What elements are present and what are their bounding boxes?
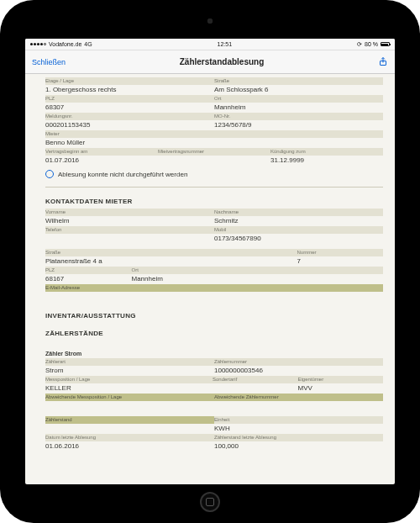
checkbox-label: Ablesung konnte nicht durchgeführt werde…	[58, 171, 187, 178]
field-value: MVV	[298, 383, 381, 394]
ipad-home-button[interactable]	[200, 492, 220, 512]
field-label: Zählerstand letzte Ablesung	[214, 434, 380, 441]
battery-icon	[381, 42, 390, 46]
orientation-lock-icon: ⟳	[357, 41, 362, 48]
field-value: 000201153435	[45, 120, 211, 130]
field-label: Abweichende Zählernummer	[214, 394, 380, 401]
field-label: Mobil	[214, 226, 380, 234]
field-label: Nummer	[297, 249, 381, 256]
close-button[interactable]: Schließen	[32, 58, 66, 66]
field-label: Mieter	[45, 130, 380, 138]
email-input[interactable]	[45, 292, 380, 302]
abw-messposition-input[interactable]	[45, 401, 211, 411]
signal-dots-icon	[30, 43, 46, 45]
status-bar: Vodafone.de 4G 12:51 ⟳ 80 %	[25, 39, 395, 50]
ablesung-not-done-checkbox[interactable]: Ablesung konnte nicht durchgeführt werde…	[45, 166, 383, 185]
network-label: 4G	[84, 41, 92, 47]
field-label: MO-Nr.	[214, 113, 380, 120]
field-label: PLZ	[45, 267, 129, 274]
field-value: Mannheim	[132, 274, 381, 284]
form-body[interactable]: Etage / LageStraße 1. Obergeschoss recht…	[25, 74, 395, 484]
zaehler-subheading: Zähler Strom	[45, 351, 383, 357]
field-value: 68307	[45, 103, 211, 113]
share-button[interactable]	[378, 56, 388, 68]
radio-unchecked-icon	[45, 170, 54, 178]
field-value: Wilhelm	[45, 216, 211, 226]
field-label: Zählerart	[45, 358, 211, 366]
field-label: Ort	[132, 267, 381, 274]
field-value: Strom	[45, 366, 211, 376]
abw-zaehlernummer-input[interactable]	[214, 401, 380, 411]
field-value: 68167	[45, 274, 129, 284]
field-label: Ort	[214, 95, 380, 103]
field-value: 1234/5678/9	[214, 120, 380, 130]
field-label: Abweichende Messposition / Lage	[45, 394, 211, 401]
field-value: Am Schlosspark 6	[214, 85, 380, 95]
page-title: Zählerstandablesung	[180, 57, 265, 66]
field-label: Vorname	[45, 209, 211, 216]
field-value: 01.06.2016	[45, 441, 211, 452]
field-label: Straße	[214, 77, 380, 85]
field-value: KWH	[214, 424, 380, 434]
section-heading-zaehler: ZÄHLERSTÄNDE	[45, 330, 383, 337]
field-label: PLZ	[45, 95, 211, 103]
field-label: Zählernummer	[214, 358, 380, 366]
status-right: ⟳ 80 %	[357, 41, 390, 48]
battery-percent: 80 %	[365, 41, 378, 47]
field-label: Nachname	[214, 209, 380, 216]
field-value: Mannheim	[214, 103, 380, 113]
field-value: Benno Müller	[45, 138, 380, 148]
section-heading-inventar: INVENTAR/AUSSTATTUNG	[45, 312, 383, 320]
field-value: 01.07.2016	[45, 156, 155, 166]
ipad-frame: Vodafone.de 4G 12:51 ⟳ 80 % Schließen Zä…	[0, 0, 420, 523]
field-label: Einheit	[214, 416, 380, 424]
field-value: 0173/34567890	[214, 234, 380, 244]
status-left: Vodafone.de 4G	[30, 41, 92, 47]
field-label: Datum letzte Ablesung	[45, 434, 211, 441]
share-icon	[378, 56, 388, 66]
zaehlerstand-input[interactable]	[45, 424, 211, 434]
field-label: Straße	[45, 249, 294, 256]
carrier-label: Vodafone.de	[49, 41, 81, 47]
field-label: Zählerstand	[45, 416, 211, 424]
status-time: 12:51	[218, 41, 233, 47]
field-value: 1000000003546	[214, 366, 380, 376]
section-heading-kontakt: KONTAKTDATEN MIETER	[45, 198, 383, 205]
field-label: Messposition / Lage	[45, 376, 209, 383]
field-label: Mietvertragsnummer	[158, 148, 267, 156]
nav-bar: Schließen Zählerstandablesung	[25, 50, 395, 74]
field-label: Telefon	[45, 226, 211, 234]
field-value: 1. Obergeschoss rechts	[45, 85, 211, 95]
field-label: Kündigung zum	[270, 148, 380, 156]
field-value: 7	[297, 256, 381, 267]
field-value: KELLER	[45, 383, 209, 394]
field-label: Etage / Lage	[45, 77, 211, 85]
field-label: Eigentümer	[298, 376, 381, 383]
field-value: Schmitz	[214, 216, 380, 226]
field-label: Sondertarif	[213, 376, 295, 383]
ipad-camera	[207, 18, 213, 24]
field-label: Meldungsnr.	[45, 113, 211, 120]
screen: Vodafone.de 4G 12:51 ⟳ 80 % Schließen Zä…	[25, 39, 395, 484]
field-value: 31.12.9999	[270, 156, 380, 166]
field-value: Platanenstraße 4 a	[45, 256, 294, 267]
divider	[45, 187, 383, 188]
field-value: 100,000	[214, 441, 380, 452]
field-label: Vertragsbeginn am	[45, 148, 155, 156]
field-label: E-Mail-Adresse	[45, 284, 380, 292]
